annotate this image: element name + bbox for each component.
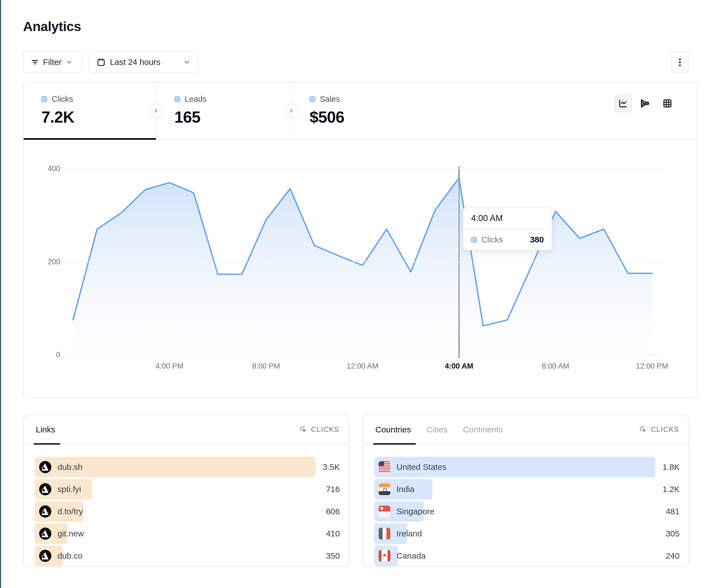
chevron-down-icon bbox=[66, 59, 73, 66]
country-clicks-value: 1.8K bbox=[663, 462, 680, 472]
country-clicks-value: 240 bbox=[666, 551, 680, 561]
country-row-ireland[interactable]: Ireland 305 bbox=[374, 523, 680, 544]
y-axis-label: 0 bbox=[35, 350, 60, 359]
page-title: Analytics bbox=[23, 19, 81, 34]
links-panel: Links CLICKS dub.sh 3.5K spti.fyi 716 d.… bbox=[23, 415, 349, 567]
filter-button-label: Filter bbox=[43, 58, 62, 67]
x-axis-label: 8:00 AM bbox=[542, 362, 569, 370]
country-label: Canada bbox=[396, 551, 426, 561]
tab-countries[interactable]: Countries bbox=[375, 415, 411, 444]
us-flag-icon bbox=[379, 461, 390, 473]
link-row-dub-sh[interactable]: dub.sh 3.5K bbox=[35, 457, 340, 477]
link-clicks-value: 716 bbox=[326, 484, 340, 494]
india-flag-icon bbox=[379, 483, 390, 495]
dub-favicon-icon bbox=[39, 527, 51, 540]
stat-label: Sales bbox=[320, 95, 340, 104]
tooltip-value: 380 bbox=[530, 235, 544, 244]
link-label: spti.fyi bbox=[58, 484, 81, 494]
x-axis-label: 4:00 PM bbox=[155, 362, 184, 370]
singapore-flag-icon bbox=[379, 506, 390, 517]
gridline bbox=[64, 355, 664, 355]
tab-cities[interactable]: Cities bbox=[427, 415, 447, 444]
links-metric-selector[interactable]: CLICKS bbox=[299, 425, 339, 434]
link-row-git-new[interactable]: git.new 410 bbox=[35, 523, 340, 544]
country-label: Ireland bbox=[396, 529, 422, 538]
gridline bbox=[64, 168, 664, 169]
country-row-singapore[interactable]: Singapore 481 bbox=[374, 501, 680, 522]
cursor-click-icon bbox=[639, 426, 647, 434]
expand-leads-chevron-button[interactable] bbox=[284, 104, 298, 118]
country-label: Singapore bbox=[396, 507, 434, 516]
x-axis-label: 12:00 PM bbox=[636, 362, 668, 370]
tab-leads[interactable]: Leads 165 bbox=[156, 82, 291, 139]
dub-favicon-icon bbox=[39, 550, 51, 562]
funnel-view-button[interactable] bbox=[636, 95, 654, 112]
date-range-button[interactable]: Last 24 hours bbox=[89, 51, 198, 73]
link-clicks-value: 410 bbox=[326, 529, 340, 538]
funnel-icon bbox=[640, 98, 650, 109]
chevron-down-icon bbox=[183, 58, 191, 66]
clicks-area-chart-svg bbox=[64, 156, 664, 358]
link-clicks-value: 350 bbox=[326, 551, 340, 561]
expand-clicks-chevron-button[interactable] bbox=[149, 104, 163, 118]
leads-value: 165 bbox=[174, 108, 291, 126]
line-chart-icon bbox=[618, 98, 628, 109]
link-row-spti-fyi[interactable]: spti.fyi 716 bbox=[35, 479, 340, 499]
page-edge-accent bbox=[0, 0, 1, 588]
tab-continents[interactable]: Continents bbox=[463, 415, 502, 444]
x-axis-label: 12:00 AM bbox=[347, 362, 379, 370]
country-label: India bbox=[396, 484, 414, 494]
ireland-flag-icon bbox=[379, 528, 390, 540]
countries-metric-selector[interactable]: CLICKS bbox=[639, 425, 679, 434]
chart-tooltip: 4:00 AM Clicks 380 bbox=[463, 207, 552, 250]
leads-legend-swatch-icon bbox=[174, 96, 180, 102]
tab-links[interactable]: Links bbox=[36, 415, 55, 444]
stat-label: Leads bbox=[185, 95, 207, 104]
stat-label: Clicks bbox=[52, 95, 73, 104]
active-tab-underline bbox=[24, 138, 156, 140]
countries-panel: Countries Cities Continents CLICKS Unite… bbox=[363, 415, 689, 567]
link-clicks-value: 606 bbox=[326, 507, 340, 516]
country-row-canada[interactable]: Canada 240 bbox=[374, 546, 680, 566]
chevron-right-icon bbox=[153, 107, 159, 114]
y-axis-label: 400 bbox=[35, 164, 60, 173]
filter-button[interactable]: Filter bbox=[23, 51, 82, 73]
link-label: git.new bbox=[58, 529, 84, 538]
more-options-button[interactable] bbox=[671, 52, 689, 73]
x-axis-label: 4:00 AM bbox=[445, 362, 473, 370]
tooltip-legend-swatch-icon bbox=[471, 237, 477, 243]
analytics-card: Clicks 7.2K Leads 165 Sales $506 bbox=[23, 82, 697, 398]
dub-favicon-icon bbox=[39, 483, 51, 495]
x-axis-label: 8:00 PM bbox=[252, 362, 280, 370]
calendar-icon bbox=[96, 58, 106, 67]
link-row-dub-co[interactable]: dub.co 350 bbox=[35, 546, 340, 566]
countries-metric-label: CLICKS bbox=[651, 425, 679, 434]
line-chart-view-button[interactable] bbox=[614, 95, 632, 112]
country-label: United States bbox=[396, 462, 447, 472]
country-clicks-value: 305 bbox=[666, 529, 680, 538]
links-metric-label: CLICKS bbox=[311, 425, 339, 434]
sales-legend-swatch-icon bbox=[309, 96, 316, 102]
dub-favicon-icon bbox=[39, 505, 51, 518]
link-label: d.to/try bbox=[58, 507, 83, 516]
link-label: dub.sh bbox=[58, 462, 83, 472]
country-row-india[interactable]: India 1.2K bbox=[374, 479, 680, 499]
tooltip-time: 4:00 AM bbox=[464, 208, 552, 229]
canada-flag-icon bbox=[379, 550, 390, 562]
gridline bbox=[64, 262, 664, 262]
table-view-button[interactable] bbox=[659, 95, 676, 112]
date-range-label: Last 24 hours bbox=[110, 58, 160, 67]
chevron-right-icon bbox=[288, 107, 295, 114]
kebab-menu-icon bbox=[676, 58, 684, 67]
clicks-legend-swatch-icon bbox=[41, 96, 47, 102]
country-clicks-value: 481 bbox=[666, 507, 680, 516]
table-grid-icon bbox=[663, 98, 672, 109]
country-row-united-states[interactable]: United States 1.8K bbox=[374, 457, 680, 477]
y-axis-label: 200 bbox=[35, 258, 60, 266]
chart-view-toggles bbox=[614, 95, 676, 112]
tab-clicks[interactable]: Clicks 7.2K bbox=[24, 82, 156, 139]
link-clicks-value: 3.5K bbox=[323, 462, 340, 472]
tooltip-series-label: Clicks bbox=[481, 235, 525, 244]
dub-favicon-icon bbox=[39, 461, 51, 473]
link-row-d-to-try[interactable]: d.to/try 606 bbox=[35, 501, 340, 522]
